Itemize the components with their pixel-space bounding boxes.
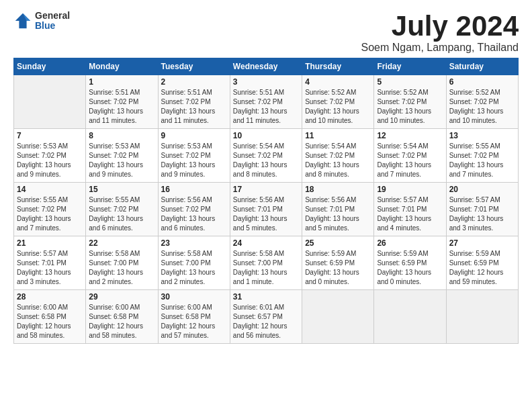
- day-info: Sunrise: 5:52 AMSunset: 7:02 PMDaylight:…: [305, 88, 371, 126]
- day-info: Sunrise: 5:58 AMSunset: 7:00 PMDaylight:…: [161, 249, 227, 287]
- day-number: 3: [233, 77, 299, 87]
- day-number: 24: [233, 238, 299, 248]
- title-block: July 2024 Soem Ngam, Lampang, Thailand: [361, 11, 519, 54]
- day-info: Sunrise: 5:57 AMSunset: 7:01 PMDaylight:…: [17, 249, 83, 287]
- table-row: 30Sunrise: 6:00 AMSunset: 6:58 PMDayligh…: [158, 290, 230, 344]
- day-info: Sunrise: 5:51 AMSunset: 7:02 PMDaylight:…: [233, 88, 299, 126]
- table-row: 27Sunrise: 5:59 AMSunset: 6:59 PMDayligh…: [446, 236, 518, 290]
- table-row: 9Sunrise: 5:53 AMSunset: 7:02 PMDaylight…: [158, 129, 230, 183]
- col-monday: Monday: [86, 58, 158, 75]
- day-number: 12: [377, 131, 443, 140]
- col-tuesday: Tuesday: [158, 58, 230, 75]
- day-number: 14: [17, 185, 83, 194]
- day-info: Sunrise: 5:57 AMSunset: 7:01 PMDaylight:…: [377, 195, 443, 233]
- day-info: Sunrise: 5:53 AMSunset: 7:02 PMDaylight:…: [89, 142, 154, 179]
- day-number: 4: [305, 77, 371, 87]
- day-number: 22: [89, 238, 154, 248]
- day-number: 9: [161, 131, 227, 140]
- day-number: 6: [449, 77, 515, 87]
- day-info: Sunrise: 5:54 AMSunset: 7:02 PMDaylight:…: [233, 142, 299, 179]
- table-row: [14, 75, 86, 129]
- table-row: [302, 290, 374, 344]
- day-info: Sunrise: 6:00 AMSunset: 6:58 PMDaylight:…: [17, 303, 83, 340]
- table-row: 23Sunrise: 5:58 AMSunset: 7:00 PMDayligh…: [158, 236, 230, 290]
- day-info: Sunrise: 5:55 AMSunset: 7:02 PMDaylight:…: [17, 195, 83, 233]
- table-row: 5Sunrise: 5:52 AMSunset: 7:02 PMDaylight…: [374, 75, 446, 129]
- table-row: 15Sunrise: 5:55 AMSunset: 7:02 PMDayligh…: [86, 183, 158, 236]
- logo-icon: [13, 11, 32, 30]
- day-number: 7: [17, 131, 83, 140]
- week-row-3: 14Sunrise: 5:55 AMSunset: 7:02 PMDayligh…: [14, 183, 519, 236]
- day-info: Sunrise: 5:59 AMSunset: 6:59 PMDaylight:…: [449, 249, 515, 287]
- day-number: 19: [377, 185, 443, 194]
- table-row: 22Sunrise: 5:58 AMSunset: 7:00 PMDayligh…: [86, 236, 158, 290]
- table-row: 3Sunrise: 5:51 AMSunset: 7:02 PMDaylight…: [230, 75, 302, 129]
- header-row: Sunday Monday Tuesday Wednesday Thursday…: [14, 58, 519, 75]
- day-info: Sunrise: 5:56 AMSunset: 7:01 PMDaylight:…: [233, 195, 299, 233]
- table-row: 28Sunrise: 6:00 AMSunset: 6:58 PMDayligh…: [14, 290, 86, 344]
- day-info: Sunrise: 5:52 AMSunset: 7:02 PMDaylight:…: [377, 88, 443, 126]
- day-number: 18: [305, 185, 371, 194]
- table-row: 7Sunrise: 5:53 AMSunset: 7:02 PMDaylight…: [14, 129, 86, 183]
- table-row: 25Sunrise: 5:59 AMSunset: 6:59 PMDayligh…: [302, 236, 374, 290]
- day-number: 17: [233, 185, 299, 194]
- day-info: Sunrise: 5:52 AMSunset: 7:02 PMDaylight:…: [449, 88, 515, 126]
- week-row-2: 7Sunrise: 5:53 AMSunset: 7:02 PMDaylight…: [14, 129, 519, 183]
- day-number: 11: [305, 131, 371, 140]
- day-number: 29: [89, 292, 154, 302]
- day-info: Sunrise: 5:59 AMSunset: 6:59 PMDaylight:…: [377, 249, 443, 287]
- day-info: Sunrise: 6:00 AMSunset: 6:58 PMDaylight:…: [89, 303, 154, 340]
- header: General Blue July 2024 Soem Ngam, Lampan…: [13, 11, 519, 54]
- logo-blue: Blue: [35, 21, 70, 31]
- logo-general: General: [35, 11, 70, 21]
- day-number: 20: [449, 185, 515, 194]
- day-number: 8: [89, 131, 154, 140]
- table-row: 16Sunrise: 5:56 AMSunset: 7:02 PMDayligh…: [158, 183, 230, 236]
- table-row: 6Sunrise: 5:52 AMSunset: 7:02 PMDaylight…: [446, 75, 518, 129]
- table-row: 12Sunrise: 5:54 AMSunset: 7:02 PMDayligh…: [374, 129, 446, 183]
- table-row: 8Sunrise: 5:53 AMSunset: 7:02 PMDaylight…: [86, 129, 158, 183]
- day-info: Sunrise: 5:51 AMSunset: 7:02 PMDaylight:…: [161, 88, 227, 126]
- day-number: 15: [89, 185, 154, 194]
- month-title: July 2024: [361, 11, 519, 42]
- col-sunday: Sunday: [14, 58, 86, 75]
- calendar-page: General Blue July 2024 Soem Ngam, Lampan…: [0, 0, 532, 351]
- day-info: Sunrise: 5:55 AMSunset: 7:02 PMDaylight:…: [89, 195, 154, 233]
- day-info: Sunrise: 5:57 AMSunset: 7:01 PMDaylight:…: [449, 195, 515, 233]
- day-number: 16: [161, 185, 227, 194]
- table-row: [446, 290, 518, 344]
- day-number: 25: [305, 238, 371, 248]
- day-info: Sunrise: 5:51 AMSunset: 7:02 PMDaylight:…: [89, 88, 154, 126]
- table-row: 24Sunrise: 5:58 AMSunset: 7:00 PMDayligh…: [230, 236, 302, 290]
- table-row: 31Sunrise: 6:01 AMSunset: 6:57 PMDayligh…: [230, 290, 302, 344]
- day-number: 13: [449, 131, 515, 140]
- table-row: 18Sunrise: 5:56 AMSunset: 7:01 PMDayligh…: [302, 183, 374, 236]
- col-wednesday: Wednesday: [230, 58, 302, 75]
- day-info: Sunrise: 5:56 AMSunset: 7:01 PMDaylight:…: [305, 195, 371, 233]
- table-row: [374, 290, 446, 344]
- day-info: Sunrise: 5:54 AMSunset: 7:02 PMDaylight:…: [377, 142, 443, 179]
- day-info: Sunrise: 5:55 AMSunset: 7:02 PMDaylight:…: [449, 142, 515, 179]
- week-row-4: 21Sunrise: 5:57 AMSunset: 7:01 PMDayligh…: [14, 236, 519, 290]
- day-info: Sunrise: 5:59 AMSunset: 6:59 PMDaylight:…: [305, 249, 371, 287]
- day-number: 1: [89, 77, 154, 87]
- day-number: 21: [17, 238, 83, 248]
- day-number: 23: [161, 238, 227, 248]
- table-row: 21Sunrise: 5:57 AMSunset: 7:01 PMDayligh…: [14, 236, 86, 290]
- day-info: Sunrise: 5:53 AMSunset: 7:02 PMDaylight:…: [161, 142, 227, 179]
- day-info: Sunrise: 5:58 AMSunset: 7:00 PMDaylight:…: [89, 249, 154, 287]
- day-number: 5: [377, 77, 443, 87]
- day-number: 30: [161, 292, 227, 302]
- logo-text: General Blue: [35, 11, 70, 32]
- table-row: 1Sunrise: 5:51 AMSunset: 7:02 PMDaylight…: [86, 75, 158, 129]
- day-info: Sunrise: 6:01 AMSunset: 6:57 PMDaylight:…: [233, 303, 299, 340]
- location-subtitle: Soem Ngam, Lampang, Thailand: [361, 42, 519, 54]
- day-number: 28: [17, 292, 83, 302]
- col-friday: Friday: [374, 58, 446, 75]
- day-info: Sunrise: 6:00 AMSunset: 6:58 PMDaylight:…: [161, 303, 227, 340]
- table-row: 4Sunrise: 5:52 AMSunset: 7:02 PMDaylight…: [302, 75, 374, 129]
- col-saturday: Saturday: [446, 58, 518, 75]
- day-number: 31: [233, 292, 299, 302]
- table-row: 2Sunrise: 5:51 AMSunset: 7:02 PMDaylight…: [158, 75, 230, 129]
- table-row: 10Sunrise: 5:54 AMSunset: 7:02 PMDayligh…: [230, 129, 302, 183]
